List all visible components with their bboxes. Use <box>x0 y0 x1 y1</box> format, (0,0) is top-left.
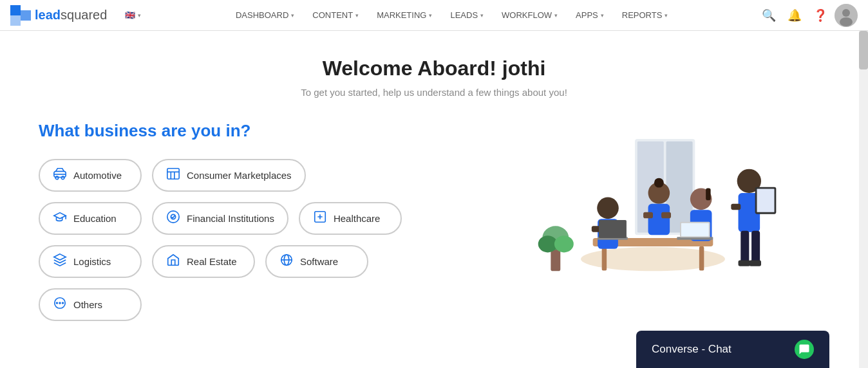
navbar: leadsquared 🇬🇧 ▾ DASHBOARD▾ CONTENT▾ MAR… <box>0 0 868 31</box>
nav-items: DASHBOARD▾ CONTENT▾ MARKETING▾ LEADS▾ WO… <box>146 0 757 31</box>
others-label: Others <box>73 299 102 310</box>
converse-chat-label: Converse - Chat <box>652 343 731 356</box>
welcome-title: Welcome Aboard! jothi <box>39 57 829 80</box>
business-section: What business are you in? Automotive <box>39 121 476 321</box>
business-real-estate[interactable]: Real Estate <box>152 245 255 278</box>
consumer-marketplaces-icon <box>166 167 180 184</box>
nav-apps[interactable]: APPS▾ <box>568 0 612 31</box>
business-education[interactable]: Education <box>39 202 142 235</box>
logo-icon <box>10 5 31 26</box>
scrollbar-track[interactable] <box>859 31 868 368</box>
svg-rect-36 <box>599 220 627 238</box>
nav-dashboard[interactable]: DASHBOARD▾ <box>228 0 302 31</box>
welcome-section: Welcome Aboard! jothi To get you started… <box>39 57 829 98</box>
business-financial-institutions[interactable]: Financial Institutions <box>152 202 288 235</box>
logistics-icon <box>53 253 67 270</box>
business-consumer-marketplaces[interactable]: Consumer Marketplaces <box>152 159 306 192</box>
svg-point-32 <box>597 198 619 219</box>
software-label: Software <box>300 256 338 267</box>
main-content: Welcome Aboard! jothi To get you started… <box>0 31 868 334</box>
logo-text: leadsquared <box>35 8 107 23</box>
svg-rect-43 <box>706 189 710 201</box>
svg-point-8 <box>61 176 64 179</box>
nav-content[interactable]: CONTENT▾ <box>305 0 366 31</box>
svg-rect-41 <box>661 212 671 218</box>
svg-point-4 <box>842 9 850 17</box>
svg-rect-40 <box>643 212 653 218</box>
svg-point-7 <box>55 176 59 179</box>
welcome-subtitle: To get you started, help us understand a… <box>39 87 829 98</box>
consumer-marketplaces-label: Consumer Marketplaces <box>187 170 292 181</box>
business-automotive[interactable]: Automotive <box>39 159 142 192</box>
healthcare-label: Healthcare <box>334 213 381 224</box>
converse-chat-icon <box>795 340 814 359</box>
meeting-illustration <box>505 121 801 301</box>
business-logistics[interactable]: Logistics <box>39 245 142 278</box>
nav-marketing[interactable]: MARKETING▾ <box>369 0 440 31</box>
business-others[interactable]: Others <box>39 288 142 321</box>
svg-rect-55 <box>739 261 751 266</box>
automotive-icon <box>53 167 67 184</box>
svg-rect-0 <box>10 5 21 15</box>
real-estate-icon <box>166 253 180 270</box>
logo[interactable]: leadsquared <box>10 5 107 26</box>
avatar-icon <box>835 4 858 27</box>
nav-leads[interactable]: LEADS▾ <box>442 0 491 31</box>
business-software[interactable]: Software <box>265 245 368 278</box>
software-icon <box>279 253 294 270</box>
svg-rect-1 <box>10 15 21 26</box>
healthcare-icon <box>313 210 327 227</box>
svg-point-5 <box>840 17 853 26</box>
real-estate-label: Real Estate <box>187 256 237 267</box>
svg-rect-54 <box>751 231 760 264</box>
nav-icons: 🔍 🔔 ❓ <box>757 4 858 27</box>
svg-rect-52 <box>757 189 774 212</box>
converse-chat-widget[interactable]: Converse - Chat <box>636 331 829 368</box>
education-icon <box>53 210 67 227</box>
svg-rect-27 <box>666 142 693 233</box>
others-icon <box>53 296 67 313</box>
business-grid: Automotive Consumer Marketplaces <box>39 159 476 321</box>
business-row-3: Logistics Real Estate Software <box>39 245 476 278</box>
illustration-section <box>476 121 829 321</box>
svg-rect-10 <box>167 169 179 179</box>
svg-point-24 <box>62 302 64 304</box>
business-row-2: Education Financial Institutions Healthc… <box>39 202 476 235</box>
svg-rect-50 <box>731 204 741 210</box>
nav-workflow[interactable]: WORKFLOW▾ <box>494 0 565 31</box>
education-label: Education <box>73 213 117 224</box>
financial-label: Financial Institutions <box>187 213 274 224</box>
search-button[interactable]: 🔍 <box>757 4 780 27</box>
business-row-4: Others <box>39 288 476 321</box>
business-healthcare[interactable]: Healthcare <box>299 202 402 235</box>
flag-button[interactable]: 🇬🇧 ▾ <box>120 8 146 23</box>
automotive-label: Automotive <box>73 170 122 181</box>
business-heading: What business are you in? <box>39 121 476 141</box>
svg-rect-56 <box>749 261 761 266</box>
svg-rect-30 <box>602 246 607 270</box>
scrollbar-thumb[interactable] <box>859 31 868 69</box>
notifications-button[interactable]: 🔔 <box>783 4 806 27</box>
svg-rect-2 <box>21 10 31 21</box>
business-row-1: Automotive Consumer Marketplaces <box>39 159 476 192</box>
svg-point-60 <box>554 235 574 252</box>
svg-rect-47 <box>681 223 709 237</box>
help-button[interactable]: ❓ <box>809 4 832 27</box>
user-avatar[interactable] <box>835 4 858 27</box>
financial-icon <box>166 210 180 227</box>
svg-point-38 <box>654 178 664 188</box>
svg-rect-53 <box>741 231 749 264</box>
chat-icon <box>798 344 810 355</box>
svg-point-22 <box>59 302 61 304</box>
svg-rect-39 <box>648 204 670 235</box>
content-area: What business are you in? Automotive <box>39 121 829 321</box>
svg-point-23 <box>57 302 58 304</box>
logistics-label: Logistics <box>73 256 111 267</box>
nav-reports[interactable]: REPORTS▾ <box>614 0 676 31</box>
svg-rect-31 <box>699 246 704 270</box>
